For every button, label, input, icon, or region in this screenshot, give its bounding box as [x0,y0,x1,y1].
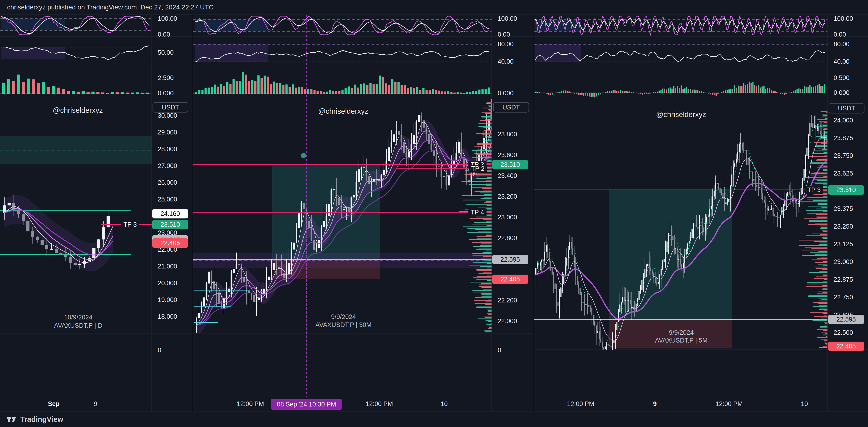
currency-button[interactable]: USDT [829,103,865,113]
price-label-green: 23.510 [492,160,528,169]
indicator-axis-label: 80.00 [498,40,514,48]
time-axis-label[interactable]: 12:00 PM [567,400,594,408]
price-tick: 25.000 [158,196,177,203]
volume-zero-label: 0 [498,346,501,354]
price-tick: 23.625 [834,170,853,177]
indicator-axis-label: 0.000 [158,90,174,97]
indicator-axis-label: 100.00 [158,15,177,22]
indicator-axis-label: 80.00 [834,40,849,48]
time-axis-label[interactable]: Sep [48,400,60,408]
price-tick: 24.000 [834,117,853,124]
time-axis-label[interactable]: 9 [653,400,656,408]
indicator-axis-label: 0.000 [834,89,849,96]
price-label-gray: 22.595 [492,255,528,264]
price-tick: 22.750 [834,294,853,301]
price-tick: 23.125 [834,240,853,248]
time-axis-label[interactable]: 10 [801,400,808,408]
time-axis-label[interactable]: 12:00 PM [237,400,264,408]
price-tick: 23.250 [834,223,853,230]
price-tick: 23.875 [834,135,853,142]
price-label-green: 23.510 [152,220,188,229]
price-tick: 22.800 [498,234,517,242]
footer-bar: TradingView [0,412,868,427]
volume-zero-label: 0 [158,346,161,354]
indicator-axis-label: 100.00 [498,15,517,22]
indicator-axis-label: 100.00 [834,15,853,22]
time-axis-label[interactable]: 12:00 PM [715,400,743,408]
price-tick: 19.000 [158,296,177,304]
tp-line-label: TP 4 [468,208,487,216]
tradingview-logo-icon[interactable] [6,414,17,425]
indicator-axis-label: 0.500 [834,74,849,82]
price-label-red: 22.405 [152,238,188,248]
crosshair-time-badge: 08 Sep '24 10:30 PM [271,399,342,410]
tradingview-published-chart: chriselderxyz published on TradingView.c… [0,0,868,427]
price-tick: 23.800 [498,131,517,138]
price-tick: 23.000 [498,214,517,221]
price-tick: 23.400 [498,172,517,179]
price-tick: 22.875 [834,276,853,283]
m30-chart-canvas[interactable] [193,0,533,412]
price-tick: 28.000 [158,146,177,153]
tradingview-brand[interactable]: TradingView [20,415,63,424]
price-label-green: 23.510 [828,185,864,195]
price-label-red: 22.405 [492,275,528,284]
m5-chart-canvas[interactable] [534,0,868,412]
price-label-white: 24.160 [152,209,188,219]
indicator-axis-label: 40.00 [834,58,849,65]
price-tick: 26.000 [158,179,177,187]
watermark-handle: @chriselderxyz [318,107,368,116]
watermark-date: 10/9/2024 [64,314,92,321]
price-tick: 18.000 [158,313,177,320]
indicator-axis-label: 0.000 [498,90,514,97]
price-tick: 23.600 [498,151,517,159]
price-tick: 21.000 [158,263,177,270]
watermark-symbol: AVAXUSDT.P | D [54,322,102,329]
tp-line-label: TP 3 [121,221,139,228]
indicator-axis-label: 0.00 [834,31,846,38]
price-tick: 23.375 [834,205,853,212]
price-tick: 20.000 [158,280,177,287]
watermark-symbol: AVAXUSDT.P | 5M [655,337,708,344]
price-tick: 23.750 [834,152,853,160]
price-tick: 22.500 [834,329,853,336]
watermark-date: 9/9/2024 [331,313,356,321]
time-axis-label[interactable]: 9 [94,400,97,408]
currency-button[interactable]: USDT [493,102,529,113]
indicator-axis-label: 40.00 [498,58,514,65]
tp-line-label: TP 2 [469,165,487,173]
price-tick: 22.000 [498,317,517,325]
price-tick: 23.000 [834,258,853,266]
indicator-axis-label: 0.00 [158,31,170,38]
daily-chart-canvas[interactable] [0,0,192,412]
price-tick: 29.000 [158,129,177,136]
currency-button[interactable]: USDT [153,102,188,113]
indicator-axis-label: 0.00 [498,31,510,38]
price-label-red: 22.405 [828,342,864,351]
indicator-axis-label: 50.00 [158,49,174,56]
tp-line-label: TP 3 [805,186,823,194]
watermark-handle: @chriselderxyz [53,106,103,115]
price-tick: 30.000 [158,112,177,119]
watermark-handle: @chriselderxyz [656,110,706,119]
price-tick: 23.200 [498,193,517,200]
watermark-date: 9/9/2024 [669,329,693,336]
price-label-gray: 22.595 [828,315,864,324]
time-axis-label[interactable]: 12:00 PM [366,400,393,408]
indicator-axis-label: 2.500 [158,74,174,82]
price-tick: 22.200 [498,297,517,304]
watermark-symbol: AVAXUSDT.P | 30M [315,321,372,329]
price-tick: 27.000 [158,162,177,170]
time-axis-label[interactable]: 10 [441,400,448,408]
